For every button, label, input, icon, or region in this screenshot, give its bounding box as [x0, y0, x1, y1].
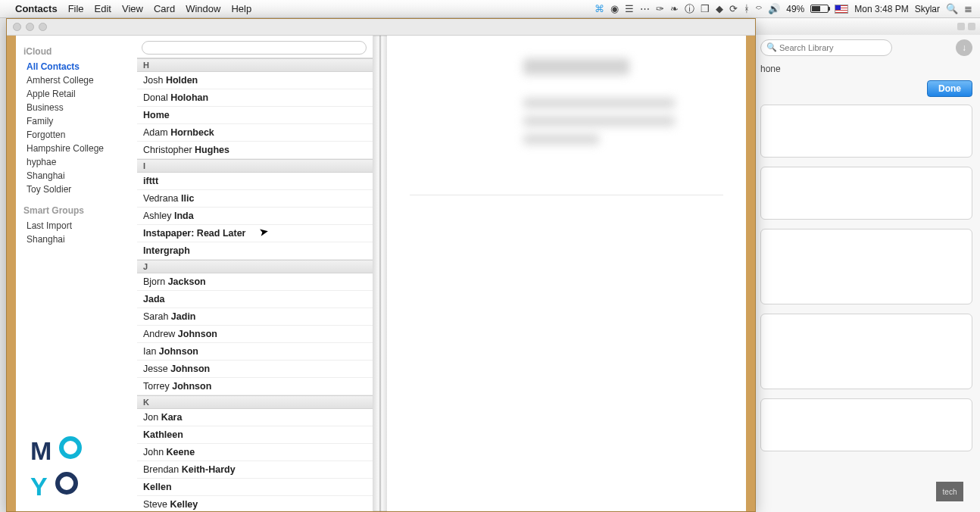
bgwin-panel[interactable] — [760, 314, 972, 389]
contact-row[interactable]: Brendan Keith-Hardy — [137, 461, 373, 479]
contact-row[interactable]: Josh Holden — [137, 72, 373, 89]
sync-icon[interactable]: ⟳ — [729, 3, 738, 14]
tech-badge: tech — [936, 482, 963, 501]
sidebar-group[interactable]: Toy Soldier — [23, 183, 131, 196]
download-button[interactable]: ↓ — [956, 39, 972, 56]
contact-row[interactable]: Torrey Johnson — [137, 378, 373, 395]
sidebar-group[interactable]: Business — [23, 101, 131, 114]
contact-last-name: Jada — [143, 294, 165, 304]
contact-row[interactable]: Instapaper: Read Later — [137, 225, 373, 242]
input-source-flag-icon[interactable] — [835, 5, 848, 14]
contact-row[interactable]: Ashley Inda — [137, 208, 373, 225]
contact-last-name: Johnson — [172, 381, 211, 392]
sidebar-group[interactable]: Hampshire College — [23, 142, 131, 155]
menu-edit[interactable]: Edit — [95, 3, 111, 14]
traffic-minimize-icon[interactable] — [26, 23, 34, 31]
contact-first-name: John — [143, 447, 167, 457]
book-spine — [373, 36, 387, 511]
sidebar-group[interactable]: Forgotten — [23, 128, 131, 142]
contacts-list[interactable]: HJosh HoldenDonal HolohanHomeAdam Hornbe… — [137, 58, 373, 511]
contact-row[interactable]: John Keene — [137, 444, 373, 461]
contact-row[interactable]: Donal Holohan — [137, 89, 373, 107]
contact-row[interactable]: Andrew Johnson — [137, 326, 373, 343]
library-search-input[interactable] — [760, 39, 892, 56]
contact-row[interactable]: Christopher Hughes — [137, 142, 373, 159]
tag-icon[interactable]: ❒ — [701, 3, 710, 14]
bgwin-minimize-icon[interactable] — [957, 23, 965, 30]
bluetooth-icon[interactable]: ᚼ — [744, 3, 750, 14]
menuextra-icon[interactable]: ⋯ — [640, 3, 650, 14]
battery-percent[interactable]: 49% — [786, 4, 804, 14]
notification-center-icon[interactable]: ≣ — [964, 3, 972, 14]
sidebar-group[interactable]: Shanghai — [23, 169, 131, 183]
background-window: 🔍 ↓ hone Done tech — [753, 18, 980, 512]
evernote-icon[interactable]: ◉ — [610, 3, 619, 14]
bgwin-panel[interactable] — [760, 105, 972, 158]
search-icon: 🔍 — [766, 42, 777, 52]
diamond-icon[interactable]: ◆ — [716, 3, 723, 14]
sidebar-group[interactable]: Amherst College — [23, 73, 131, 87]
bgwin-panel[interactable] — [760, 398, 972, 451]
menubar-user[interactable]: Skylar — [915, 4, 940, 14]
bgwin-zoom-icon[interactable] — [968, 23, 975, 30]
contact-row[interactable]: Kellen — [137, 479, 373, 496]
battery-icon[interactable] — [810, 5, 829, 13]
menu-window[interactable]: Window — [186, 3, 220, 14]
spotlight-icon[interactable]: 🔍 — [946, 3, 958, 14]
menubar-app-name[interactable]: Contacts — [15, 3, 58, 14]
contact-row[interactable]: Kathleen — [137, 426, 373, 444]
done-button[interactable]: Done — [927, 80, 972, 97]
contact-row[interactable]: Bjorn Jackson — [137, 273, 373, 291]
contact-last-name: Kathleen — [143, 429, 183, 440]
wifi-icon[interactable]: ⌔ — [756, 3, 762, 14]
contact-row[interactable]: Steve Kelley — [137, 496, 373, 511]
list-section-header: H — [137, 58, 373, 72]
list-section-header: K — [137, 395, 373, 409]
contact-row[interactable]: Jesse Johnson — [137, 361, 373, 378]
bgwin-titlebar — [753, 18, 980, 35]
contact-last-name: Hornbeck — [170, 127, 214, 138]
contact-row[interactable]: Sarah Jadin — [137, 308, 373, 326]
contact-row[interactable]: Jada — [137, 291, 373, 308]
contact-row[interactable]: Adam Hornbeck — [137, 124, 373, 142]
sidebar-group[interactable]: All Contacts — [23, 60, 131, 73]
sidebar-smart-group[interactable]: Last Import — [23, 219, 131, 233]
bgwin-panel[interactable] — [760, 167, 972, 220]
contact-last-name: Kellen — [143, 482, 172, 492]
dropbox-icon[interactable]: ⌘ — [595, 3, 604, 14]
bgwin-panel[interactable] — [760, 229, 972, 304]
sidebar-group[interactable]: hyphae — [23, 155, 131, 169]
contact-row[interactable]: Ian Johnson — [137, 343, 373, 361]
contact-last-name: Holohan — [170, 92, 208, 103]
contact-row[interactable]: Vedrana Ilic — [137, 190, 373, 208]
info-icon[interactable]: ⓘ — [685, 2, 694, 16]
volume-icon[interactable]: 🔊 — [768, 3, 780, 14]
sidebar-smart-group[interactable]: Shanghai — [23, 233, 131, 246]
macos-menubar: Contacts File Edit View Card Window Help… — [0, 0, 980, 18]
contact-row[interactable]: Intergraph — [137, 242, 373, 260]
contact-row[interactable]: Jon Kara — [137, 409, 373, 426]
key-icon[interactable]: ✑ — [656, 3, 664, 14]
contact-last-name: ifttt — [143, 176, 158, 186]
contact-first-name: Vedrana — [143, 193, 181, 204]
sidebar-group[interactable]: Family — [23, 114, 131, 128]
notification-icon[interactable]: ☰ — [625, 3, 634, 14]
list-section-header: I — [137, 159, 373, 173]
contact-last-name: Keene — [167, 447, 195, 457]
contact-row[interactable]: Home — [137, 107, 373, 124]
traffic-close-icon[interactable] — [13, 23, 21, 31]
contacts-search-input[interactable] — [142, 41, 367, 55]
contact-last-name: Hughes — [195, 145, 229, 155]
contact-row[interactable]: ifttt — [137, 173, 373, 190]
menubar-clock[interactable]: Mon 3:48 PM — [854, 4, 908, 14]
sidebar-group[interactable]: Apple Retail — [23, 87, 131, 101]
contacts-titlebar[interactable] — [7, 19, 755, 36]
menu-card[interactable]: Card — [154, 3, 175, 14]
traffic-zoom-icon[interactable] — [39, 23, 47, 31]
elephant-icon[interactable]: ❧ — [670, 3, 679, 14]
menubar-right: ⌘ ◉ ☰ ⋯ ✑ ❧ ⓘ ❒ ◆ ⟳ ᚼ ⌔ 🔊 49% Mon 3:48 P… — [595, 2, 980, 16]
menu-help[interactable]: Help — [231, 3, 251, 14]
contact-first-name: Torrey — [143, 381, 172, 392]
menu-file[interactable]: File — [68, 3, 84, 14]
menu-view[interactable]: View — [122, 3, 143, 14]
